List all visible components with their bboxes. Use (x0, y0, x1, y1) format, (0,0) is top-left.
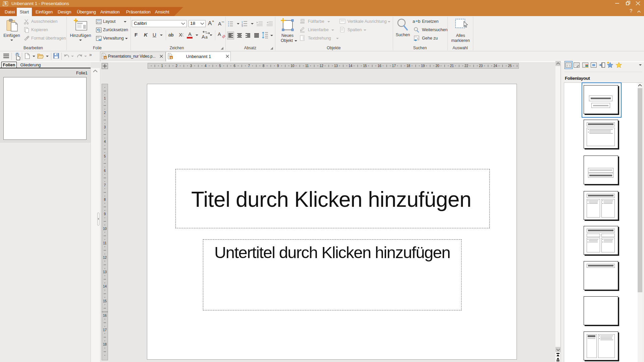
svg-text:18: 18 (103, 343, 107, 346)
svg-text:3: 3 (241, 25, 243, 27)
svg-text:6: 6 (104, 169, 106, 173)
svg-text:S: S (170, 56, 172, 59)
svg-text:11: 11 (305, 64, 309, 68)
svg-text:11: 11 (103, 241, 107, 245)
svg-text:a: a (413, 19, 415, 24)
svg-text:A: A (202, 34, 205, 40)
svg-text:2: 2 (104, 111, 106, 115)
svg-text:4: 4 (205, 64, 207, 68)
svg-text:21: 21 (450, 64, 454, 68)
svg-text:10: 10 (103, 227, 107, 231)
svg-text:13: 13 (103, 270, 107, 274)
svg-text:8: 8 (263, 64, 265, 68)
svg-text:5: 5 (104, 155, 106, 158)
svg-text:22: 22 (465, 64, 469, 68)
svg-text:17: 17 (392, 64, 396, 68)
svg-text:3: 3 (104, 125, 106, 129)
svg-text:18: 18 (407, 64, 411, 68)
svg-text:24: 24 (493, 64, 497, 68)
svg-text:19: 19 (421, 64, 425, 68)
svg-text:6: 6 (233, 64, 235, 68)
svg-text:8: 8 (104, 198, 106, 201)
svg-text:3: 3 (190, 64, 192, 68)
svg-text:4: 4 (104, 140, 106, 143)
svg-text:14: 14 (348, 64, 353, 68)
svg-text:9: 9 (104, 212, 106, 216)
svg-text:7: 7 (104, 183, 106, 187)
svg-text:14: 14 (103, 285, 107, 288)
svg-text:1: 1 (161, 64, 163, 68)
svg-text:2: 2 (176, 64, 178, 68)
svg-text:23: 23 (479, 64, 483, 68)
svg-text:15: 15 (363, 64, 367, 68)
svg-text:10: 10 (290, 64, 294, 68)
svg-text:S: S (104, 56, 106, 59)
svg-text:1: 1 (104, 97, 106, 100)
svg-text:20: 20 (435, 64, 439, 68)
svg-text:b: b (418, 19, 420, 24)
svg-text:15: 15 (103, 299, 107, 303)
svg-text:9: 9 (277, 64, 279, 68)
svg-text:25: 25 (508, 64, 512, 68)
svg-text:16: 16 (378, 64, 382, 68)
svg-text:5: 5 (219, 64, 221, 68)
svg-text:7: 7 (248, 64, 250, 68)
svg-text:17: 17 (103, 328, 107, 332)
svg-text:13: 13 (334, 64, 338, 68)
svg-text:16: 16 (103, 314, 107, 317)
svg-text:12: 12 (320, 64, 324, 68)
svg-text:12: 12 (103, 256, 107, 259)
svg-text:a: a (205, 35, 208, 40)
